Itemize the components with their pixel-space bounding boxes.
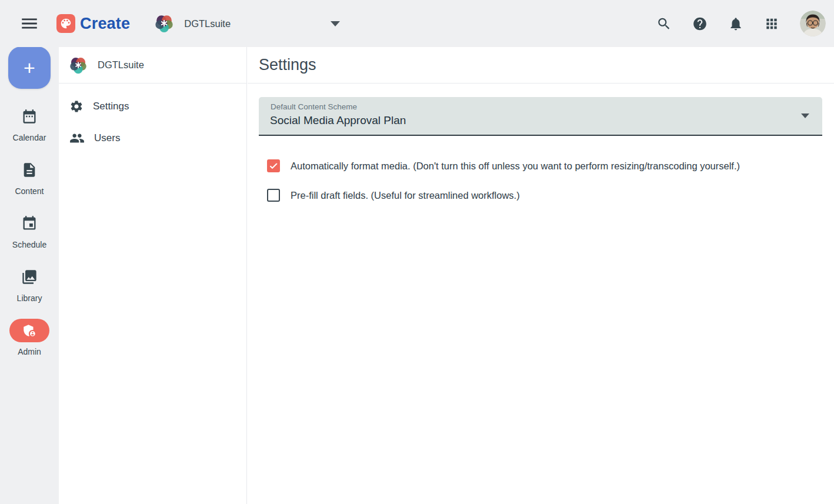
workspace-logo-icon [69,56,87,74]
create-app-logo[interactable]: Create [56,14,130,33]
checkmark-icon [269,161,278,171]
workspace-name: DGTLsuite [184,18,231,29]
sidebar-item-library[interactable]: Library [9,265,49,303]
sidebar-item-label: Library [17,293,42,303]
sidebar-item-content[interactable]: Content [9,158,49,196]
primary-sidebar: + Calendar Content Schedule Library Admi… [0,47,59,504]
default-content-scheme-select[interactable]: Default Content Scheme Social Media Appr… [259,97,822,136]
plus-icon: + [24,58,35,78]
chevron-down-icon [331,21,340,26]
brand-name: Create [80,15,130,33]
notifications-bell-icon[interactable] [728,16,743,31]
event-calendar-icon [9,212,49,235]
secondary-sidebar: DGTLsuite Settings Users [59,47,247,504]
topbar: Create DGTLsuite [0,0,834,47]
prefill-draft-fields-row: Pre-fill draft fields. (Useful for strea… [267,189,822,202]
main-content: Settings Default Content Scheme Social M… [248,47,834,504]
auto-format-media-row: Automatically format media. (Don't turn … [267,159,822,172]
search-icon[interactable] [656,16,672,31]
prefill-draft-fields-checkbox[interactable] [267,189,280,202]
help-icon[interactable] [692,16,708,31]
checkbox-label: Pre-fill draft fields. (Useful for strea… [291,190,520,201]
photo-library-icon [9,265,49,289]
sidebar-item-label: Content [15,186,44,196]
dropdown-caret-icon [801,114,809,118]
sidebar-item-label: Calendar [13,133,46,142]
sidebar-item-settings[interactable]: Settings [59,98,246,115]
checkbox-label: Automatically format media. (Don't turn … [291,161,740,172]
auto-format-media-checkbox[interactable] [267,159,280,172]
workspace-name: DGTLsuite [98,59,144,71]
sidebar-item-label: Settings [93,101,129,112]
sidebar-item-label: Admin [18,347,41,356]
page-title: Settings [259,56,316,74]
workspace-header[interactable]: DGTLsuite [59,47,246,84]
apps-grid-icon[interactable] [764,16,779,31]
user-avatar[interactable] [800,11,826,36]
admin-shield-icon [9,319,49,342]
select-value: Social Media Approval Plan [270,114,406,127]
menu-icon[interactable] [19,13,40,34]
sidebar-item-label: Users [94,132,120,144]
select-label: Default Content Scheme [271,102,357,111]
sidebar-item-calendar[interactable]: Calendar [9,105,49,142]
document-icon [9,158,49,182]
workspace-logo-icon [155,14,174,33]
workspace-selector[interactable]: DGTLsuite [155,14,340,33]
calendar-icon [9,105,49,128]
sidebar-item-schedule[interactable]: Schedule [9,212,49,249]
palette-icon [56,14,75,33]
people-icon [69,131,85,146]
create-new-button[interactable]: + [8,46,51,89]
gear-icon [69,99,84,114]
sidebar-item-admin[interactable]: Admin [9,319,49,356]
page-header: Settings [248,47,834,84]
sidebar-item-users[interactable]: Users [59,129,246,147]
sidebar-item-label: Schedule [12,240,46,249]
